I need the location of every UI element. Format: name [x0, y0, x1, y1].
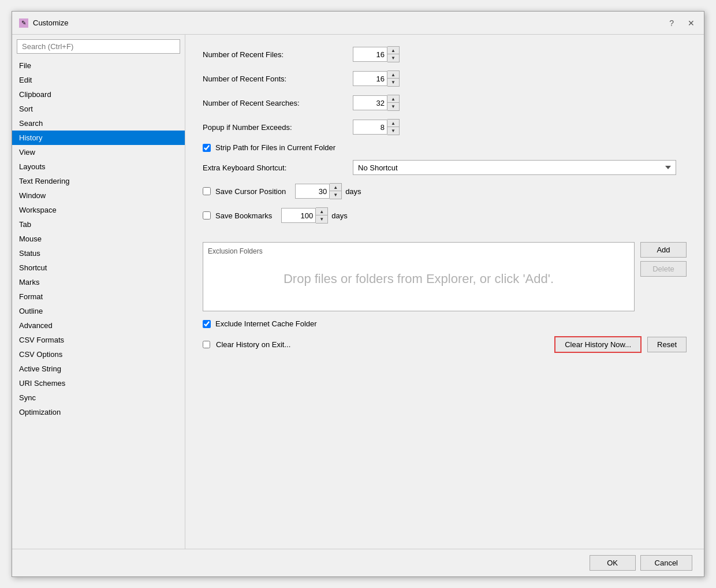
- nav-item-clipboard[interactable]: Clipboard: [12, 87, 185, 102]
- recent-fonts-label: Number of Recent Fonts:: [203, 75, 353, 83]
- exclusion-buttons: Add Delete: [640, 242, 687, 277]
- exclude-internet-checkbox[interactable]: [203, 320, 211, 328]
- recent-files-spinner: ▲ ▼: [353, 46, 400, 62]
- exclude-internet-label[interactable]: Exclude Internet Cache Folder: [215, 319, 317, 328]
- exclude-internet-row: Exclude Internet Cache Folder: [203, 319, 687, 328]
- recent-files-row: Number of Recent Files: ▲ ▼: [203, 46, 687, 62]
- save-bookmarks-label[interactable]: Save Bookmarks: [215, 211, 272, 220]
- recent-searches-row: Number of Recent Searches: ▲ ▼: [203, 95, 687, 111]
- right-panel: Number of Recent Files: ▲ ▼ Number of Re…: [185, 35, 704, 549]
- nav-item-csv-formats[interactable]: CSV Formats: [12, 333, 185, 347]
- nav-item-mouse[interactable]: Mouse: [12, 232, 185, 246]
- nav-item-sort[interactable]: Sort: [12, 102, 185, 116]
- popup-exceeds-down[interactable]: ▼: [387, 127, 399, 135]
- save-bookmarks-input[interactable]: [281, 208, 316, 223]
- nav-item-outline[interactable]: Outline: [12, 304, 185, 318]
- recent-files-up[interactable]: ▲: [387, 47, 399, 54]
- exclusion-box[interactable]: Exclusion Folders Drop files or folders …: [203, 242, 635, 311]
- save-cursor-up[interactable]: ▲: [330, 184, 341, 191]
- nav-item-layouts[interactable]: Layouts: [12, 159, 185, 174]
- recent-files-label: Number of Recent Files:: [203, 50, 353, 59]
- save-cursor-row: Save Cursor Position ▲ ▼ days: [203, 183, 687, 199]
- recent-searches-spinner-btns: ▲ ▼: [387, 95, 400, 111]
- nav-item-workspace[interactable]: Workspace: [12, 203, 185, 217]
- nav-item-shortcut[interactable]: Shortcut: [12, 260, 185, 275]
- save-bookmarks-days-label: days: [331, 211, 347, 220]
- nav-item-tab[interactable]: Tab: [12, 217, 185, 232]
- main-content: FileEditClipboardSortSearchHistoryViewLa…: [12, 35, 704, 549]
- save-bookmarks-checkbox[interactable]: [203, 211, 211, 219]
- save-cursor-label[interactable]: Save Cursor Position: [215, 187, 286, 196]
- nav-item-history[interactable]: History: [12, 131, 185, 145]
- title-bar-controls: ? ✕: [667, 17, 697, 29]
- ok-button[interactable]: OK: [590, 555, 636, 571]
- cancel-button[interactable]: Cancel: [640, 555, 692, 571]
- clear-history-exit-label[interactable]: Clear History on Exit...: [216, 340, 290, 349]
- nav-list: FileEditClipboardSortSearchHistoryViewLa…: [12, 58, 185, 549]
- save-cursor-spinner: ▲ ▼: [295, 183, 342, 199]
- nav-item-search[interactable]: Search: [12, 116, 185, 131]
- recent-files-input[interactable]: [353, 47, 387, 62]
- popup-exceeds-label: Popup if Number Exceeds:: [203, 123, 353, 132]
- recent-searches-up[interactable]: ▲: [387, 95, 399, 103]
- popup-exceeds-spinner: ▲ ▼: [353, 119, 400, 135]
- save-cursor-down[interactable]: ▼: [330, 191, 341, 199]
- app-icon: ✎: [19, 18, 28, 28]
- delete-button[interactable]: Delete: [640, 261, 687, 277]
- nav-item-active-string[interactable]: Active String: [12, 362, 185, 376]
- footer: OK Cancel: [12, 549, 704, 576]
- recent-fonts-spinner-btns: ▲ ▼: [387, 70, 400, 87]
- save-bookmarks-spinner: ▲ ▼: [281, 207, 328, 224]
- save-cursor-checkbox[interactable]: [203, 187, 211, 195]
- nav-item-optimization[interactable]: Optimization: [12, 405, 185, 419]
- recent-searches-label: Number of Recent Searches:: [203, 99, 353, 107]
- recent-searches-spinner: ▲ ▼: [353, 95, 400, 111]
- exclusion-title: Exclusion Folders: [208, 247, 629, 255]
- nav-item-edit[interactable]: Edit: [12, 73, 185, 87]
- recent-searches-down[interactable]: ▼: [387, 103, 399, 110]
- strip-path-row: Strip Path for Files in Current Folder: [203, 143, 687, 152]
- recent-searches-input[interactable]: [353, 95, 387, 110]
- strip-path-checkbox[interactable]: [203, 144, 211, 152]
- nav-item-format[interactable]: Format: [12, 289, 185, 304]
- title-bar: ✎ Customize ? ✕: [12, 12, 704, 35]
- recent-fonts-down[interactable]: ▼: [387, 79, 399, 86]
- recent-files-down[interactable]: ▼: [387, 54, 399, 62]
- popup-exceeds-input[interactable]: [353, 120, 387, 135]
- nav-item-sync[interactable]: Sync: [12, 390, 185, 405]
- nav-item-file[interactable]: File: [12, 58, 185, 73]
- save-bookmarks-spinner-btns: ▲ ▼: [316, 207, 328, 224]
- clear-history-exit-checkbox[interactable]: [203, 341, 210, 348]
- nav-item-window[interactable]: Window: [12, 188, 185, 203]
- nav-item-uri-schemes[interactable]: URI Schemes: [12, 376, 185, 390]
- nav-item-marks[interactable]: Marks: [12, 275, 185, 289]
- title-bar-left: ✎ Customize: [19, 18, 68, 28]
- recent-fonts-up[interactable]: ▲: [387, 71, 399, 79]
- help-button[interactable]: ?: [667, 17, 676, 29]
- keyboard-shortcut-label: Extra Keyboard Shortcut:: [203, 163, 353, 172]
- search-input[interactable]: [17, 39, 180, 54]
- popup-exceeds-row: Popup if Number Exceeds: ▲ ▼: [203, 119, 687, 135]
- exclusion-placeholder: Drop files or folders from Explorer, or …: [208, 259, 629, 300]
- save-cursor-input[interactable]: [295, 184, 330, 199]
- reset-button[interactable]: Reset: [647, 337, 687, 352]
- bottom-buttons-row: Clear History on Exit... Clear History N…: [203, 336, 687, 353]
- save-bookmarks-up[interactable]: ▲: [316, 208, 327, 215]
- clear-history-now-button[interactable]: Clear History Now...: [554, 336, 642, 353]
- nav-item-csv-options[interactable]: CSV Options: [12, 347, 185, 362]
- nav-item-view[interactable]: View: [12, 145, 185, 159]
- sidebar: FileEditClipboardSortSearchHistoryViewLa…: [12, 35, 185, 549]
- customize-window: ✎ Customize ? ✕ FileEditClipboardSortSea…: [12, 11, 704, 577]
- window-title: Customize: [33, 18, 68, 27]
- recent-fonts-input[interactable]: [353, 71, 387, 86]
- popup-exceeds-up[interactable]: ▲: [387, 120, 399, 127]
- keyboard-shortcut-select[interactable]: No Shortcut Ctrl+F1 Ctrl+F2 Ctrl+F3: [353, 160, 676, 175]
- keyboard-shortcut-row: Extra Keyboard Shortcut: No Shortcut Ctr…: [203, 160, 687, 175]
- add-button[interactable]: Add: [640, 242, 687, 258]
- nav-item-advanced[interactable]: Advanced: [12, 318, 185, 333]
- strip-path-label[interactable]: Strip Path for Files in Current Folder: [215, 143, 335, 152]
- close-button[interactable]: ✕: [685, 17, 697, 29]
- nav-item-text-rendering[interactable]: Text Rendering: [12, 174, 185, 188]
- save-bookmarks-down[interactable]: ▼: [316, 215, 327, 223]
- nav-item-status[interactable]: Status: [12, 246, 185, 260]
